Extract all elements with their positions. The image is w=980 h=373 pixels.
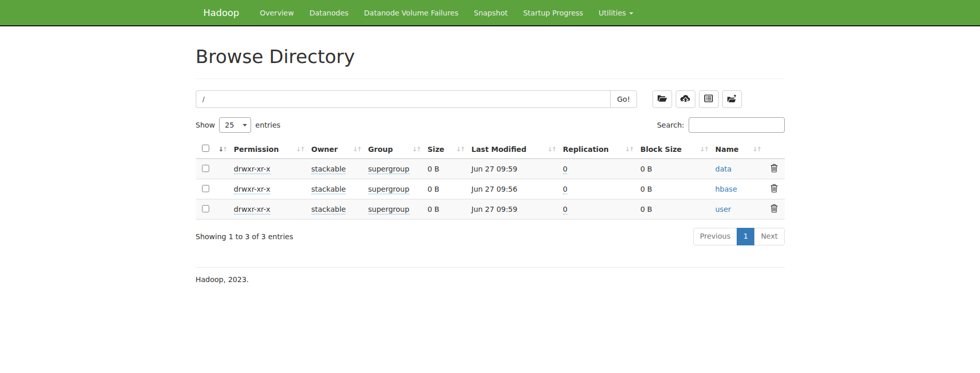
owner-value[interactable]: stackable — [312, 185, 346, 194]
pagination-previous[interactable]: Previous — [693, 228, 737, 245]
navbar-brand[interactable]: Hadoop — [196, 7, 247, 18]
sort-icon[interactable]: ↓↑ — [295, 146, 304, 152]
column-header-size[interactable]: Size↓↑ — [424, 140, 468, 159]
explorer-actions — [652, 90, 742, 108]
size-value: 0 B — [424, 199, 468, 220]
permission-value[interactable]: drwxr-xr-x — [234, 185, 271, 194]
select-all-checkbox[interactable] — [202, 145, 209, 152]
sort-icon[interactable]: ↓↑ — [625, 146, 633, 152]
trash-icon — [770, 207, 778, 214]
table-controls: Show 25 entries Search: — [196, 117, 785, 133]
sort-icon[interactable]: ↓↑ — [752, 146, 760, 152]
table-row: drwxr-xr-x stackable supergroup 0 B Jun … — [196, 199, 785, 220]
table-footer: Showing 1 to 3 of 3 entries Previous 1 N… — [196, 228, 785, 245]
nav-item-overview[interactable]: Overview — [252, 1, 302, 25]
permission-value[interactable]: drwxr-xr-x — [234, 205, 271, 214]
row-checkbox[interactable] — [202, 205, 209, 212]
column-label: Permission — [234, 145, 279, 153]
directory-link[interactable]: user — [715, 205, 732, 213]
delete-button[interactable] — [770, 204, 778, 213]
block-size-value: 0 B — [636, 179, 711, 199]
directory-link[interactable]: data — [715, 165, 732, 173]
sort-icon[interactable]: ↓↑ — [699, 146, 708, 152]
group-value[interactable]: supergroup — [368, 165, 410, 174]
last-modified-value: Jun 27 09:59 — [468, 199, 559, 220]
column-label: Last Modified — [472, 145, 527, 153]
row-checkbox[interactable] — [202, 185, 209, 192]
table-info: Showing 1 to 3 of 3 entries — [196, 232, 293, 241]
nav-item-startup-progress[interactable]: Startup Progress — [516, 1, 591, 25]
owner-value[interactable]: stackable — [312, 165, 346, 174]
sort-icon[interactable]: ↓↑ — [456, 146, 464, 152]
search-input[interactable] — [689, 117, 785, 133]
block-size-value: 0 B — [636, 199, 711, 220]
permission-value[interactable]: drwxr-xr-x — [234, 165, 271, 174]
folder-open-icon — [657, 95, 667, 104]
last-modified-value: Jun 27 09:56 — [468, 179, 559, 199]
size-value: 0 B — [424, 159, 468, 179]
sort-icon[interactable]: ↓↑ — [218, 146, 226, 152]
page-title: Browse Directory — [196, 46, 785, 67]
footer: Hadoop, 2023. — [196, 267, 785, 284]
table-row: drwxr-xr-x stackable supergroup 0 B Jun … — [196, 159, 785, 179]
delete-button[interactable] — [770, 164, 778, 173]
size-value: 0 B — [424, 179, 468, 199]
main-content: Browse Directory Go! — [188, 46, 792, 284]
title-divider — [196, 79, 785, 79]
nav-item-datanode-volume-failures[interactable]: Datanode Volume Failures — [356, 1, 466, 25]
search-label: Search: — [657, 121, 685, 129]
column-label: Owner — [312, 145, 338, 153]
column-header-actions — [764, 140, 785, 159]
row-checkbox[interactable] — [202, 165, 209, 172]
group-value[interactable]: supergroup — [368, 185, 410, 194]
pagination-page-1[interactable]: 1 — [737, 228, 755, 245]
column-header-last-modified[interactable]: Last Modified↓↑ — [468, 140, 559, 159]
pagination: Previous 1 Next — [693, 228, 785, 245]
replication-value[interactable]: 0 — [563, 205, 568, 214]
create-directory-button[interactable] — [652, 90, 672, 108]
owner-value[interactable]: stackable — [312, 205, 346, 214]
nav-item-utilities[interactable]: Utilities — [591, 1, 641, 25]
trash-icon — [770, 186, 778, 194]
column-header-permission[interactable]: Permission↓↑ — [230, 140, 307, 159]
column-label: Size — [428, 145, 445, 153]
cut-paste-button[interactable] — [699, 90, 719, 108]
delete-button[interactable] — [770, 184, 778, 193]
replication-value[interactable]: 0 — [563, 165, 568, 174]
folder-move-icon — [727, 95, 737, 104]
column-header-select[interactable]: ↓↑ — [196, 140, 230, 159]
cloud-upload-icon — [680, 95, 691, 104]
column-header-block-size[interactable]: Block Size↓↑ — [636, 140, 711, 159]
nav-item-snapshot[interactable]: Snapshot — [466, 1, 515, 25]
group-value[interactable]: supergroup — [368, 205, 410, 214]
column-label: Replication — [563, 145, 609, 153]
replication-value[interactable]: 0 — [563, 185, 568, 194]
trash-icon — [770, 166, 778, 174]
footer-text: Hadoop, 2023. — [196, 275, 785, 284]
show-label: Show — [196, 121, 215, 129]
sort-icon[interactable]: ↓↑ — [547, 146, 555, 152]
search-control: Search: — [657, 117, 785, 133]
directory-link[interactable]: hbase — [715, 185, 737, 193]
sort-icon[interactable]: ↓↑ — [352, 146, 361, 152]
column-label: Name — [715, 145, 739, 153]
column-header-name[interactable]: Name↓↑ — [711, 140, 764, 159]
navbar: Hadoop Overview Datanodes Datanode Volum… — [0, 0, 980, 26]
sort-icon[interactable]: ↓↑ — [412, 146, 420, 152]
column-header-group[interactable]: Group↓↑ — [364, 140, 424, 159]
page-size-select[interactable]: 25 — [219, 117, 251, 133]
go-button[interactable]: Go! — [610, 90, 636, 108]
column-header-replication[interactable]: Replication↓↑ — [559, 140, 636, 159]
move-to-button[interactable] — [722, 90, 742, 108]
entries-label: entries — [255, 121, 281, 129]
pagination-next[interactable]: Next — [754, 228, 785, 245]
column-label: Block Size — [641, 145, 682, 153]
directory-table: ↓↑ Permission↓↑ Owner↓↑ Group↓↑ Size↓↑ L… — [196, 140, 785, 220]
nav-item-utilities-label: Utilities — [599, 9, 626, 17]
path-input[interactable] — [196, 90, 611, 108]
path-input-group: Go! — [196, 90, 637, 108]
column-header-owner[interactable]: Owner↓↑ — [307, 140, 364, 159]
table-row: drwxr-xr-x stackable supergroup 0 B Jun … — [196, 179, 785, 199]
upload-files-button[interactable] — [676, 90, 695, 108]
nav-item-datanodes[interactable]: Datanodes — [302, 1, 356, 25]
